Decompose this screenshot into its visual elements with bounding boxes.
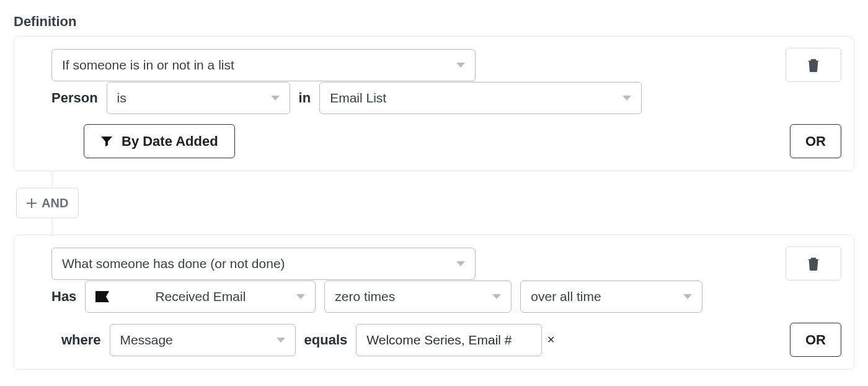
clear-button[interactable]: ✕	[547, 334, 555, 346]
or-button[interactable]: OR	[790, 124, 841, 158]
message-value-text: Welcome Series, Email #	[366, 333, 512, 348]
event-select[interactable]: Received Email	[85, 281, 316, 313]
condition-block-1: If someone is in or not in a list Person…	[14, 36, 854, 171]
chevron-down-icon	[296, 294, 305, 299]
delete-button[interactable]	[786, 246, 841, 281]
delete-button[interactable]	[786, 48, 841, 82]
chevron-down-icon	[622, 96, 631, 101]
times-value: zero times	[335, 289, 395, 304]
has-label: Has	[51, 289, 76, 305]
message-value-input[interactable]: Welcome Series, Email #	[356, 324, 542, 356]
where-label: where	[61, 332, 101, 348]
condition-type-value: What someone has done (or not done)	[62, 256, 285, 271]
person-label: Person	[51, 90, 98, 106]
plus-icon	[27, 198, 37, 208]
list-value: Email List	[330, 91, 386, 105]
condition-type-select[interactable]: If someone is in or not in a list	[51, 49, 476, 81]
condition-type-select[interactable]: What someone has done (or not done)	[51, 248, 476, 280]
in-label: in	[299, 90, 311, 106]
chevron-down-icon	[492, 294, 501, 299]
message-field-select[interactable]: Message	[110, 324, 296, 356]
section-title: Definition	[14, 14, 854, 30]
event-value: Received Email	[155, 289, 246, 304]
or-button[interactable]: OR	[790, 323, 841, 357]
message-field-value: Message	[120, 333, 173, 348]
by-date-added-label: By Date Added	[122, 133, 218, 150]
range-value: over all time	[531, 289, 601, 304]
trash-icon	[808, 58, 819, 72]
or-label: OR	[805, 332, 826, 348]
by-date-added-button[interactable]: By Date Added	[84, 124, 235, 158]
equals-label: equals	[304, 332, 348, 348]
list-select[interactable]: Email List	[319, 82, 642, 114]
condition-type-value: If someone is in or not in a list	[62, 58, 234, 73]
is-select[interactable]: is	[107, 82, 290, 114]
and-label: AND	[42, 196, 68, 210]
trash-icon	[808, 257, 819, 271]
chevron-down-icon	[683, 294, 692, 299]
is-value: is	[117, 91, 126, 105]
connector: AND	[14, 171, 854, 235]
range-select[interactable]: over all time	[520, 281, 702, 313]
condition-block-2: What someone has done (or not done) Has …	[14, 235, 854, 370]
flag-icon	[95, 291, 109, 302]
chevron-down-icon	[271, 96, 280, 101]
chevron-down-icon	[277, 338, 285, 343]
chevron-down-icon	[456, 261, 465, 266]
funnel-icon	[100, 135, 113, 148]
chevron-down-icon	[456, 63, 465, 68]
times-select[interactable]: zero times	[324, 281, 512, 313]
or-label: OR	[805, 133, 826, 150]
add-and-button[interactable]: AND	[16, 188, 79, 218]
